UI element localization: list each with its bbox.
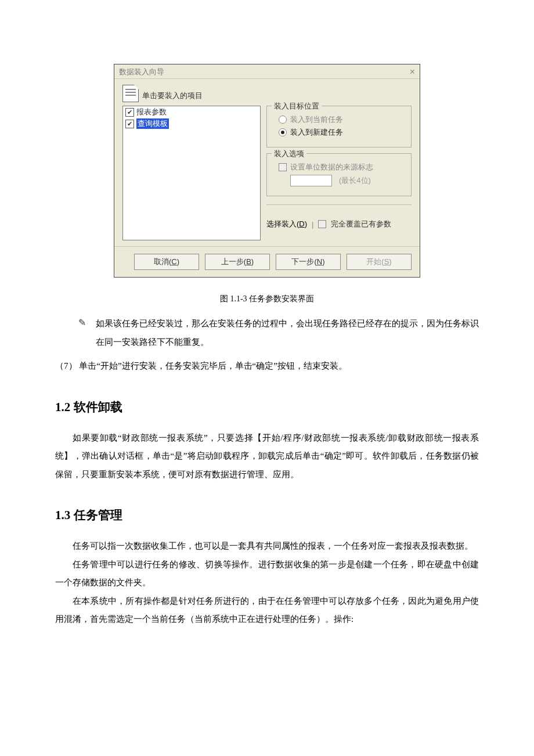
checkbox-label: 设置单位数据的来源标志 bbox=[290, 162, 373, 172]
dialog-title: 数据装入向导 bbox=[119, 67, 164, 77]
radio-load-current[interactable]: 装入到当前任务 bbox=[279, 114, 405, 125]
checkbox-icon bbox=[279, 163, 287, 171]
checkbox-icon[interactable] bbox=[318, 220, 326, 228]
document-page: 数据装入向导 × 单击要装入的项目 ✔ 报表参数 ✔ bbox=[0, 0, 534, 664]
cancel-button[interactable]: 取消(C) bbox=[134, 254, 199, 270]
select-load-link[interactable]: 选择装入(D) bbox=[266, 219, 307, 229]
next-button[interactable]: 下一步(N) bbox=[276, 254, 341, 270]
back-button[interactable]: 上一步(B) bbox=[205, 254, 270, 270]
items-listbox[interactable]: ✔ 报表参数 ✔ 查询模板 bbox=[122, 106, 261, 240]
radio-icon bbox=[279, 128, 287, 136]
figure-caption: 图 1.1-3 任务参数安装界面 bbox=[55, 294, 479, 304]
document-icon bbox=[122, 85, 139, 102]
dialog-titlebar: 数据装入向导 × bbox=[114, 64, 420, 79]
figure: 数据装入向导 × 单击要装入的项目 ✔ 报表参数 ✔ bbox=[114, 64, 420, 278]
hint-text: (最长4位) bbox=[339, 175, 371, 186]
group-legend: 装入目标位置 bbox=[272, 101, 322, 111]
source-flag-input[interactable] bbox=[290, 175, 332, 186]
dialog-footer: 取消(C) 上一步(B) 下一步(N) 开始(S) bbox=[114, 246, 420, 277]
step-7: （7） 单击“开始”进行安装，任务安装完毕后，单击“确定”按钮，结束安装。 bbox=[55, 357, 479, 376]
paragraph: 在本系统中，所有操作都是针对任务所进行的，由于在任务管理中可以存放多个任务，因此… bbox=[55, 592, 479, 629]
start-button[interactable]: 开始(S) bbox=[347, 254, 412, 270]
load-options-group: 装入选项 设置单位数据的来源标志 (最长4位) bbox=[266, 153, 412, 196]
list-item-label: 查询模板 bbox=[136, 118, 169, 129]
list-item-label: 报表参数 bbox=[136, 107, 167, 117]
radio-load-new[interactable]: 装入到新建任务 bbox=[279, 127, 405, 138]
paragraph: 任务可以指一次数据收集工作，也可以是一套具有共同属性的报表，一个任务对应一套报表… bbox=[55, 537, 479, 556]
section-header: 单击要装入的项目 bbox=[122, 85, 412, 102]
group-legend: 装入选项 bbox=[272, 149, 306, 159]
radio-label: 装入到新建任务 bbox=[290, 127, 343, 138]
heading-1-3: 1.3 任务管理 bbox=[55, 507, 479, 523]
section-header-text: 单击要装入的项目 bbox=[142, 91, 203, 102]
radio-icon bbox=[279, 116, 287, 124]
list-item[interactable]: ✔ 查询模板 bbox=[123, 118, 260, 129]
radio-label: 装入到当前任务 bbox=[290, 114, 343, 125]
heading-1-2: 1.2 软件卸载 bbox=[55, 399, 479, 415]
checkbox-icon[interactable]: ✔ bbox=[125, 120, 134, 128]
hand-write-icon: ✎ bbox=[78, 315, 90, 351]
note-text: 如果该任务已经安装过，那么在安装任务的过程中，会出现任务路径已经存在的提示，因为… bbox=[96, 315, 479, 351]
paragraph: 如果要卸载“财政部统一报表系统”，只要选择【开始/程序/财政部统一报表系统/卸载… bbox=[55, 429, 479, 484]
set-source-flag-checkbox[interactable]: 设置单位数据的来源标志 bbox=[279, 162, 405, 172]
list-item[interactable]: ✔ 报表参数 bbox=[123, 106, 260, 118]
data-load-wizard-dialog: 数据装入向导 × 单击要装入的项目 ✔ 报表参数 ✔ bbox=[114, 64, 420, 278]
paragraph: 任务管理中可以进行任务的修改、切换等操作。进行数据收集的第一步是创建一个任务，即… bbox=[55, 556, 479, 592]
note-block: ✎ 如果该任务已经安装过，那么在安装任务的过程中，会出现任务路径已经存在的提示，… bbox=[78, 315, 479, 351]
cover-existing-label: 完全覆盖已有参数 bbox=[331, 219, 391, 229]
target-location-group: 装入目标位置 装入到当前任务 装入到新建任务 bbox=[266, 106, 412, 147]
close-icon[interactable]: × bbox=[410, 67, 415, 77]
dialog-body: 单击要装入的项目 ✔ 报表参数 ✔ 查询模板 bbox=[114, 79, 420, 246]
checkbox-icon[interactable]: ✔ bbox=[125, 108, 134, 117]
select-load-row: 选择装入(D) | 完全覆盖已有参数 bbox=[266, 219, 412, 229]
